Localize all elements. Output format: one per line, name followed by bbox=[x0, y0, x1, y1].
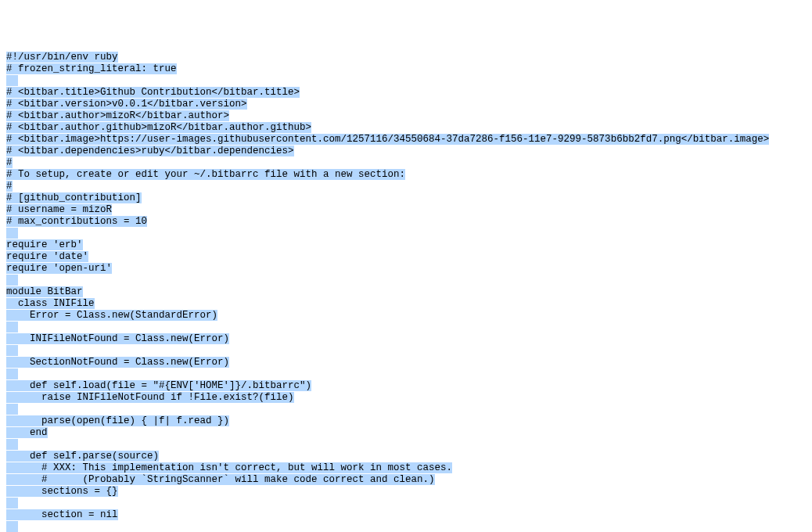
selected-text bbox=[6, 498, 18, 509]
code-line: raise INIFileNotFound if !File.exist?(fi… bbox=[6, 392, 806, 404]
selected-text: INIFileNotFound = Class.new(Error) bbox=[6, 333, 229, 344]
selected-text: # <bitbar.image>https://user-images.gith… bbox=[6, 134, 769, 145]
code-line bbox=[6, 439, 806, 451]
selected-text bbox=[6, 322, 18, 332]
code-line bbox=[6, 345, 806, 357]
selected-text: # <bitbar.title>Github Contribution</bit… bbox=[6, 87, 300, 98]
selected-text: # To setup, create or edit your ~/.bitba… bbox=[6, 169, 405, 180]
code-line: # To setup, create or edit your ~/.bitba… bbox=[6, 169, 806, 181]
code-line bbox=[6, 228, 806, 239]
code-line: # <bitbar.dependencies>ruby</bitbar.depe… bbox=[6, 146, 806, 157]
selected-text: # XXX: This implementation isn't correct… bbox=[6, 462, 452, 473]
selected-text: raise INIFileNotFound if !File.exist?(fi… bbox=[6, 392, 294, 403]
code-line: # XXX: This implementation isn't correct… bbox=[6, 462, 806, 474]
code-line: require 'erb' bbox=[6, 239, 806, 251]
code-line bbox=[6, 75, 806, 87]
selected-text bbox=[6, 75, 18, 86]
selected-text: require 'open-uri' bbox=[6, 263, 112, 274]
code-line: require 'date' bbox=[6, 251, 806, 263]
code-line: # frozen_string_literal: true bbox=[6, 63, 806, 75]
selected-text: # bbox=[6, 157, 13, 168]
code-line: INIFileNotFound = Class.new(Error) bbox=[6, 333, 806, 345]
code-line: SectionNotFound = Class.new(Error) bbox=[6, 357, 806, 368]
selected-text: class INIFile bbox=[6, 298, 95, 309]
code-line: # <bitbar.author>mizoR</bitbar.author> bbox=[6, 110, 806, 122]
selected-text: # (Probably `StringScanner` will make co… bbox=[6, 474, 435, 485]
selected-text bbox=[6, 368, 18, 379]
code-line: require 'open-uri' bbox=[6, 263, 806, 275]
selected-text: section = nil bbox=[6, 509, 118, 520]
selected-text: Error = Class.new(StandardError) bbox=[6, 310, 217, 321]
selected-text: module BitBar bbox=[6, 286, 83, 297]
code-line: class INIFile bbox=[6, 298, 806, 310]
selected-text bbox=[6, 228, 18, 239]
code-line: # <bitbar.version>v0.0.1</bitbar.version… bbox=[6, 99, 806, 110]
code-line: section = nil bbox=[6, 509, 806, 521]
selected-text: # username = mizoR bbox=[6, 204, 112, 215]
selected-text bbox=[6, 404, 18, 415]
selected-text bbox=[6, 345, 18, 356]
selected-text: # <bitbar.version>v0.0.1</bitbar.version… bbox=[6, 99, 247, 110]
selected-text: def self.parse(source) bbox=[6, 451, 159, 462]
code-line: # bbox=[6, 181, 806, 192]
code-line bbox=[6, 368, 806, 380]
code-line: # (Probably `StringScanner` will make co… bbox=[6, 474, 806, 486]
selected-text: # <bitbar.author>mizoR</bitbar.author> bbox=[6, 110, 229, 121]
code-line: # [github_contribution] bbox=[6, 192, 806, 204]
code-line bbox=[6, 404, 806, 415]
selected-text: sections = {} bbox=[6, 486, 118, 497]
code-line: def self.parse(source) bbox=[6, 451, 806, 462]
code-line bbox=[6, 322, 806, 333]
selected-text: SectionNotFound = Class.new(Error) bbox=[6, 357, 229, 368]
selected-text: parse(open(file) { |f| f.read }) bbox=[6, 415, 229, 426]
code-line: # <bitbar.author.github>mizoR</bitbar.au… bbox=[6, 122, 806, 134]
selected-text: #!/usr/bin/env ruby bbox=[6, 52, 118, 63]
selected-text bbox=[6, 275, 18, 286]
code-line: module BitBar bbox=[6, 286, 806, 298]
code-line: #!/usr/bin/env ruby bbox=[6, 52, 806, 63]
code-line bbox=[6, 521, 806, 532]
code-line: # <bitbar.title>Github Contribution</bit… bbox=[6, 87, 806, 99]
code-line: # bbox=[6, 157, 806, 169]
code-line: parse(open(file) { |f| f.read }) bbox=[6, 415, 806, 427]
code-line: # username = mizoR bbox=[6, 204, 806, 216]
code-block: #!/usr/bin/env ruby# frozen_string_liter… bbox=[6, 52, 806, 532]
code-line bbox=[6, 498, 806, 509]
selected-text: require 'date' bbox=[6, 251, 88, 262]
code-line: # <bitbar.image>https://user-images.gith… bbox=[6, 134, 806, 146]
selected-text: end bbox=[6, 427, 48, 438]
code-line: sections = {} bbox=[6, 486, 806, 498]
selected-text: def self.load(file = "#{ENV['HOME']}/.bi… bbox=[6, 380, 311, 391]
selected-text: # max_contributions = 10 bbox=[6, 216, 147, 227]
selected-text bbox=[6, 439, 18, 450]
code-line: def self.load(file = "#{ENV['HOME']}/.bi… bbox=[6, 380, 806, 392]
selected-text: # <bitbar.author.github>mizoR</bitbar.au… bbox=[6, 122, 311, 133]
selected-text bbox=[6, 521, 18, 532]
selected-text: # [github_contribution] bbox=[6, 192, 142, 203]
selected-text: # frozen_string_literal: true bbox=[6, 63, 177, 74]
code-line: Error = Class.new(StandardError) bbox=[6, 310, 806, 322]
selected-text: require 'erb' bbox=[6, 239, 83, 250]
code-line bbox=[6, 275, 806, 286]
code-line: end bbox=[6, 427, 806, 439]
selected-text: # <bitbar.dependencies>ruby</bitbar.depe… bbox=[6, 146, 294, 156]
selected-text: # bbox=[6, 181, 13, 192]
code-line: # max_contributions = 10 bbox=[6, 216, 806, 228]
